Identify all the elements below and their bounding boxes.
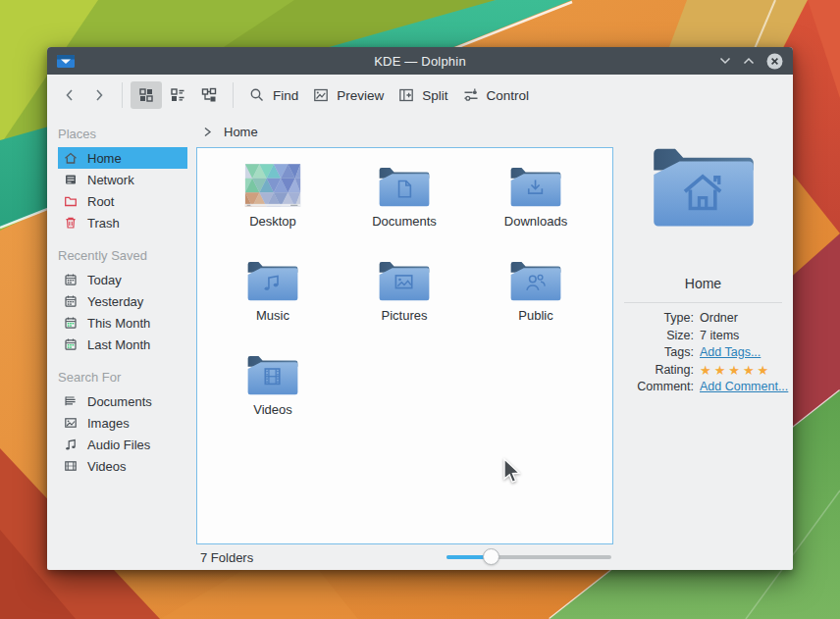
breadcrumb-item[interactable]: Home xyxy=(224,125,258,139)
download-icon xyxy=(507,162,564,209)
info-link[interactable]: Add Comment... xyxy=(700,379,788,396)
dolphin-window: KDE — Dolphin xyxy=(47,47,793,570)
folder-grid: Desktop Documents Downloads Music Pictur… xyxy=(207,158,602,440)
sidebar-item-today[interactable]: Today xyxy=(58,269,187,290)
titlebar[interactable]: KDE — Dolphin xyxy=(47,47,793,75)
calendar-icon xyxy=(63,272,79,287)
info-separator xyxy=(624,302,782,303)
music-icon xyxy=(244,256,301,303)
folder-item-documents[interactable]: Documents xyxy=(339,158,470,252)
breadcrumb-chevron-icon[interactable] xyxy=(203,127,212,137)
folder-label: Videos xyxy=(253,402,292,417)
sidebar-item-videos[interactable]: Videos xyxy=(58,455,187,477)
sidebar-item-images[interactable]: Images xyxy=(58,412,187,434)
calendar-green-icon xyxy=(63,336,79,352)
info-label: Type: xyxy=(613,310,700,328)
split-button[interactable]: Split xyxy=(391,81,454,109)
film-icon xyxy=(244,350,301,397)
toolbar-separator xyxy=(233,82,234,108)
icons-view-button[interactable] xyxy=(131,81,162,109)
folder-view[interactable]: Desktop Documents Downloads Music Pictur… xyxy=(196,147,613,544)
mouse-cursor xyxy=(502,458,522,486)
split-label: Split xyxy=(422,88,447,103)
sidebar-item-home[interactable]: Home xyxy=(58,147,187,169)
info-row-size: Size:7 items xyxy=(613,328,793,345)
sidebar-item-documents[interactable]: Documents xyxy=(58,390,187,412)
sidebar-item-label: Yesterday xyxy=(87,294,143,309)
sidebar-item-trash[interactable]: Trash xyxy=(58,212,187,233)
desktop-wallpaper-preview-icon xyxy=(244,162,301,209)
sidebar-item-label: Home xyxy=(87,151,122,166)
desktop: KDE — Dolphin xyxy=(0,0,840,619)
folder-label: Music xyxy=(256,308,289,323)
statusbar-text: 7 Folders xyxy=(200,550,253,565)
info-label: Tags: xyxy=(613,344,700,362)
details-view-button[interactable] xyxy=(162,81,193,109)
tree-view-button[interactable] xyxy=(193,81,225,109)
sidebar-item-last-month[interactable]: Last Month xyxy=(58,334,187,355)
find-button[interactable]: Find xyxy=(241,81,305,109)
preview-button[interactable]: Preview xyxy=(305,81,391,109)
home-folder-icon xyxy=(647,137,761,232)
back-button[interactable] xyxy=(55,81,84,109)
sidebar-item-root[interactable]: Root xyxy=(58,190,187,212)
info-row-comment: Comment:Add Comment... xyxy=(613,379,793,396)
trash-icon xyxy=(63,215,79,231)
folder-red-icon xyxy=(63,193,79,209)
rating-stars[interactable]: ★★★★★ xyxy=(700,362,771,380)
folder-item-videos[interactable]: Videos xyxy=(207,346,339,440)
sidebar-item-label: Root xyxy=(87,194,114,209)
folder-item-pictures[interactable]: Pictures xyxy=(339,252,470,346)
info-row-tags: Tags:Add Tags... xyxy=(613,344,793,362)
sidebar-item-label: Documents xyxy=(87,394,152,409)
network-icon xyxy=(63,172,79,187)
breadcrumb[interactable]: Home xyxy=(196,116,613,147)
toolbar-separator xyxy=(122,82,123,108)
sidebar-item-network[interactable]: Network xyxy=(58,169,187,190)
folder-item-music[interactable]: Music xyxy=(207,252,339,346)
sidebar-item-label: Trash xyxy=(87,216,120,231)
dolphin-app-icon xyxy=(56,53,76,69)
zoom-slider-knob[interactable] xyxy=(483,548,499,565)
sidebar-item-label: Today xyxy=(87,273,122,287)
info-link[interactable]: Add Tags... xyxy=(700,344,761,362)
document-lines-icon xyxy=(63,393,79,409)
sidebar-section-header: Recently Saved xyxy=(47,241,192,269)
folder-label: Documents xyxy=(372,214,437,229)
sidebar-section-header: Search For xyxy=(47,363,192,390)
folder-label: Pictures xyxy=(382,308,428,323)
sidebar-item-label: Videos xyxy=(87,459,127,474)
info-title: Home xyxy=(685,276,721,291)
sidebar-item-label: This Month xyxy=(87,316,150,331)
zoom-slider[interactable] xyxy=(446,548,611,566)
control-label: Control xyxy=(487,88,530,103)
folder-label: Desktop xyxy=(249,214,296,229)
folder-item-public[interactable]: Public xyxy=(470,252,602,346)
sidebar-item-label: Network xyxy=(87,173,134,187)
calendar-green-icon xyxy=(63,315,79,331)
preview-label: Preview xyxy=(337,88,384,103)
calendar-icon xyxy=(63,293,79,309)
minimize-icon[interactable] xyxy=(719,57,731,65)
info-value: Ordner xyxy=(700,310,738,328)
sidebar-item-audio-files[interactable]: Audio Files xyxy=(58,434,187,455)
music-note-icon xyxy=(63,437,79,452)
image-icon xyxy=(63,415,79,431)
info-row-type: Type:Ordner xyxy=(613,310,793,328)
film-icon xyxy=(63,458,79,474)
folder-item-desktop[interactable]: Desktop xyxy=(207,158,339,252)
info-rows: Type:OrdnerSize:7 itemsTags:Add Tags...R… xyxy=(613,310,793,396)
forward-button[interactable] xyxy=(84,81,114,109)
places-panel: PlacesHomeNetworkRootTrashRecently Saved… xyxy=(47,116,192,570)
picture-icon xyxy=(376,256,433,303)
control-button[interactable]: Control xyxy=(455,81,537,109)
folder-label: Public xyxy=(518,308,552,323)
close-icon[interactable] xyxy=(766,53,783,70)
folder-item-downloads[interactable]: Downloads xyxy=(470,158,602,252)
sidebar-item-label: Last Month xyxy=(87,337,150,352)
maximize-icon[interactable] xyxy=(743,57,755,65)
window-title: KDE — Dolphin xyxy=(47,54,793,69)
sidebar-item-this-month[interactable]: This Month xyxy=(58,312,187,334)
sidebar-item-yesterday[interactable]: Yesterday xyxy=(58,290,187,312)
info-label: Comment: xyxy=(613,379,700,396)
